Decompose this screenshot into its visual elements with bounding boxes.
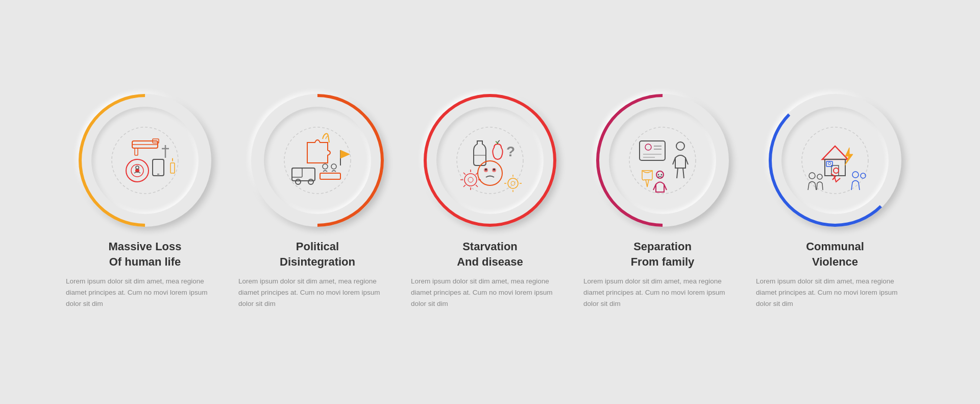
circle-communal [769,94,901,227]
svg-point-70 [828,162,831,165]
svg-point-19 [323,164,328,169]
circle-political [251,94,384,227]
svg-point-42 [508,178,518,188]
svg-line-76 [822,183,823,190]
svg-marker-66 [822,146,848,159]
svg-point-63 [658,174,659,176]
circle-separation [596,94,729,227]
svg-point-30 [485,169,487,171]
svg-point-55 [676,142,684,150]
item-massive-loss: Massive Loss Of human life Lorem ipsum d… [66,94,224,310]
icon-starvation: ? [447,117,533,204]
svg-point-0 [112,127,178,194]
icon-communal [792,117,878,204]
infographic: Massive Loss Of human life Lorem ipsum d… [0,79,980,325]
svg-point-60 [656,171,664,178]
svg-rect-3 [135,148,138,155]
title-communal: Communal Violence [806,239,864,269]
icon-political [274,117,361,204]
svg-point-50 [645,144,651,150]
inner-communal [781,107,889,214]
svg-marker-23 [340,150,350,158]
icon-separation [619,117,706,204]
svg-point-33 [468,177,473,182]
svg-rect-11 [153,159,164,176]
svg-point-18 [308,179,313,184]
inner-starvation: ? [436,107,544,214]
svg-line-39 [476,185,478,187]
svg-rect-13 [170,163,175,173]
circle-starvation: ? [424,94,556,227]
desc-political: Lorem ipsum dolor sit dim amet, mea regi… [238,276,397,310]
inner-separation [609,107,716,214]
svg-point-64 [661,174,663,176]
svg-line-59 [683,168,684,178]
svg-line-41 [463,185,465,187]
svg-point-31 [493,169,495,171]
svg-point-20 [331,164,336,169]
svg-point-65 [802,127,868,194]
svg-point-77 [852,172,859,178]
svg-line-75 [817,183,817,190]
inner-political [264,107,371,214]
svg-line-58 [677,168,678,178]
title-massive-loss: Massive Loss Of human life [108,239,181,269]
item-separation: Separation From family Lorem ipsum dolor… [583,94,742,310]
svg-rect-21 [320,173,340,179]
svg-point-17 [296,179,301,184]
svg-line-72 [808,183,809,190]
svg-text:?: ? [506,144,515,159]
desc-starvation: Lorem ipsum dolor sit dim amet, mea regi… [411,276,569,310]
inner-massive-loss [91,107,199,214]
item-starvation: ? [411,94,569,310]
svg-point-81 [834,168,839,173]
svg-point-71 [809,173,815,179]
item-communal: Communal Violence Lorem ipsum dolor sit … [756,94,914,310]
desc-communal: Lorem ipsum dolor sit dim amet, mea regi… [756,276,914,310]
item-political: Political Disintegration Lorem ipsum dol… [238,94,397,310]
svg-point-74 [817,174,822,179]
svg-line-38 [463,173,465,175]
svg-rect-16 [292,168,302,177]
desc-separation: Lorem ipsum dolor sit dim amet, mea regi… [583,276,742,310]
svg-point-27 [478,161,502,185]
title-separation: Separation From family [631,239,695,269]
title-starvation: Starvation And disease [457,239,523,269]
svg-point-32 [464,174,477,186]
desc-massive-loss: Lorem ipsum dolor sit dim amet, mea regi… [66,276,224,310]
svg-line-73 [815,183,816,190]
icon-massive-loss [102,117,188,204]
circle-massive-loss [79,94,211,227]
title-political: Political Disintegration [280,239,355,269]
